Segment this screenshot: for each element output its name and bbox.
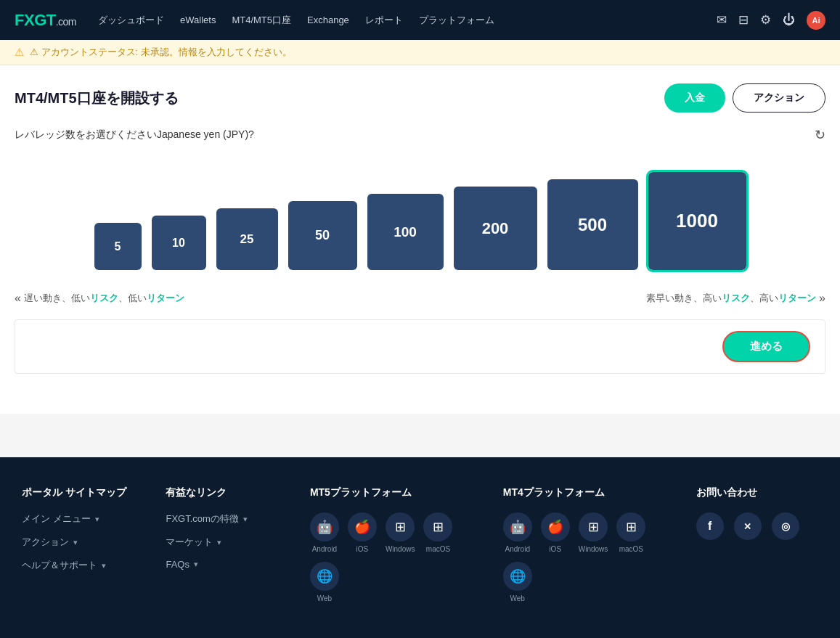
leverage-option-25[interactable]: 25 — [216, 208, 278, 270]
footer-link-markets[interactable]: マーケット ▾ — [166, 536, 288, 549]
mt5-windows-label: Windows — [386, 545, 415, 553]
nav-item-dashboard[interactable]: ダッシュボード — [98, 13, 164, 27]
nav-item-mt4mt5[interactable]: MT4/MT5口座 — [232, 13, 291, 27]
inbox-icon[interactable]: ⊟ — [738, 12, 749, 28]
refresh-icon[interactable]: ↻ — [815, 127, 825, 143]
leverage-option-100[interactable]: 100 — [367, 194, 444, 270]
leverage-options: 5 10 25 50 100 200 500 1000 — [15, 165, 825, 285]
logo[interactable]: FXGT.com — [15, 11, 76, 30]
android-icon: 🤖 — [503, 512, 532, 541]
macos-icon: ⊞ — [423, 512, 452, 541]
mt4-ios-label: iOS — [549, 545, 561, 553]
footer-col5-title: お問い合わせ — [696, 486, 818, 499]
chevron-down-icon: ▾ — [194, 560, 198, 569]
logo-fx: FX — [15, 11, 34, 29]
risk-left-text: 遅い動き、低いリスク、低いリターン — [24, 292, 184, 305]
action-bar: 進める — [15, 319, 825, 374]
footer-col4-title: MT4プラットフォーム — [503, 486, 674, 499]
footer-col-contact: お問い合わせ f ✕ ◎ — [696, 486, 818, 602]
nav-item-exchange[interactable]: Exchange — [307, 13, 349, 27]
chevron-down-icon: ▾ — [243, 515, 248, 524]
footer-col-mt5: MT5プラットフォーム 🤖 Android 🍎 iOS ⊞ Windows ⊞ … — [310, 486, 481, 602]
footer: ポータル サイトマップ メイン メニュー ▾ アクション ▾ ヘルプ＆サポート … — [0, 457, 840, 638]
settings-icon[interactable]: ⚙ — [760, 12, 771, 28]
mt4-macos[interactable]: ⊞ macOS — [616, 512, 645, 553]
leverage-option-1000[interactable]: 1000 — [648, 172, 746, 270]
header-left: FXGT.com ダッシュボード eWallets MT4/MT5口座 Exch… — [15, 11, 494, 30]
mt4-platform-icons: 🤖 Android 🍎 iOS ⊞ Windows ⊞ macOS 🌐 — [503, 512, 674, 602]
footer-col1-title: ポータル サイトマップ — [22, 486, 144, 499]
header: FXGT.com ダッシュボード eWallets MT4/MT5口座 Exch… — [0, 0, 840, 40]
apple-icon: 🍎 — [348, 512, 377, 541]
chevron-down-icon: ▾ — [217, 538, 221, 547]
footer-link-action[interactable]: アクション ▾ — [22, 536, 144, 549]
footer-col-portal: ポータル サイトマップ メイン メニュー ▾ アクション ▾ ヘルプ＆サポート … — [22, 486, 144, 602]
mt4-web[interactable]: 🌐 Web — [503, 562, 532, 602]
footer-col2-title: 有益なリンク — [166, 486, 288, 499]
leverage-option-50[interactable]: 50 — [288, 201, 357, 270]
nav-item-reports[interactable]: レポート — [365, 13, 403, 27]
logo-domain: .com — [56, 16, 76, 28]
mt4-macos-label: macOS — [619, 545, 643, 553]
footer-col3-title: MT5プラットフォーム — [310, 486, 481, 499]
windows-icon: ⊞ — [579, 512, 608, 541]
page-title: MT4/MT5口座を開設する — [15, 89, 179, 108]
windows-icon: ⊞ — [386, 512, 415, 541]
leverage-question-row: レバレッジ数をお選びくださいJapanese yen (JPY)? ↻ — [15, 127, 825, 143]
mt5-android[interactable]: 🤖 Android — [310, 512, 339, 553]
action-button[interactable]: アクション — [733, 83, 825, 113]
footer-grid: ポータル サイトマップ メイン メニュー ▾ アクション ▾ ヘルプ＆サポート … — [22, 486, 818, 602]
mt5-ios[interactable]: 🍎 iOS — [348, 512, 377, 553]
mt4-windows[interactable]: ⊞ Windows — [579, 512, 608, 553]
mt4-android-label: Android — [505, 545, 529, 553]
leverage-question-text: レバレッジ数をお選びくださいJapanese yen (JPY)? — [15, 128, 254, 142]
power-icon[interactable]: ⏻ — [783, 13, 795, 28]
risk-left: « 遅い動き、低いリスク、低いリターン — [15, 292, 184, 305]
web-icon: 🌐 — [503, 562, 532, 591]
mail-icon[interactable]: ✉ — [717, 12, 727, 28]
header-right: ✉ ⊟ ⚙ ⏻ Ai — [717, 11, 825, 30]
logo-gt: GT — [34, 11, 56, 29]
risk-row: « 遅い動き、低いリスク、低いリターン 素早い動き、高いリスク、高いリターン » — [15, 292, 825, 305]
twitter-x-icon[interactable]: ✕ — [734, 512, 762, 540]
instagram-icon[interactable]: ◎ — [772, 512, 799, 540]
mt5-macos[interactable]: ⊞ macOS — [423, 512, 452, 553]
alert-bar: ⚠ ⚠ アカウントステータス: 未承認。情報を入力してください。 — [0, 40, 840, 65]
leverage-option-10[interactable]: 10 — [152, 216, 206, 270]
mt5-android-label: Android — [312, 545, 337, 553]
mt4-android[interactable]: 🤖 Android — [503, 512, 532, 553]
risk-right-text: 素早い動き、高いリスク、高いリターン — [646, 292, 816, 305]
mt4-ios[interactable]: 🍎 iOS — [541, 512, 570, 553]
deposit-button[interactable]: 入金 — [664, 83, 725, 113]
alert-text: ⚠ アカウントステータス: 未承認。情報を入力してください。 — [30, 46, 292, 59]
nav-links: ダッシュボード eWallets MT4/MT5口座 Exchange レポート… — [98, 13, 494, 27]
chevron-down-icon: ▾ — [102, 561, 106, 570]
main-content: MT4/MT5口座を開設する 入金 アクション レバレッジ数をお選びくださいJa… — [0, 65, 840, 414]
mt4-web-label: Web — [510, 594, 525, 602]
chevron-down-icon: ▾ — [95, 515, 99, 524]
footer-link-features[interactable]: FXGT.comの特徴 ▾ — [166, 512, 288, 525]
mt5-ios-label: iOS — [356, 545, 369, 553]
android-icon: 🤖 — [310, 512, 339, 541]
header-buttons: 入金 アクション — [664, 83, 825, 113]
leverage-option-500[interactable]: 500 — [547, 179, 638, 270]
facebook-icon[interactable]: f — [696, 512, 724, 540]
footer-link-help[interactable]: ヘルプ＆サポート ▾ — [22, 559, 144, 572]
footer-col-links: 有益なリンク FXGT.comの特徴 ▾ マーケット ▾ FAQs ▾ — [166, 486, 288, 602]
footer-link-main-menu[interactable]: メイン メニュー ▾ — [22, 512, 144, 525]
proceed-button[interactable]: 進める — [722, 331, 810, 362]
mt5-web-label: Web — [317, 594, 332, 602]
leverage-option-200[interactable]: 200 — [454, 187, 537, 270]
footer-link-faqs[interactable]: FAQs ▾ — [166, 559, 288, 570]
mt5-windows[interactable]: ⊞ Windows — [386, 512, 415, 553]
nav-item-ewallets[interactable]: eWallets — [180, 13, 216, 27]
chevron-down-icon: ▾ — [73, 538, 78, 547]
risk-right: 素早い動き、高いリスク、高いリターン » — [646, 292, 825, 305]
leverage-option-5[interactable]: 5 — [94, 223, 142, 270]
avatar[interactable]: Ai — [807, 11, 825, 30]
nav-item-platform[interactable]: プラットフォーム — [419, 13, 494, 27]
social-icons: f ✕ ◎ — [696, 512, 818, 540]
mt5-web[interactable]: 🌐 Web — [310, 562, 339, 602]
mt5-macos-label: macOS — [426, 545, 450, 553]
apple-icon: 🍎 — [541, 512, 570, 541]
